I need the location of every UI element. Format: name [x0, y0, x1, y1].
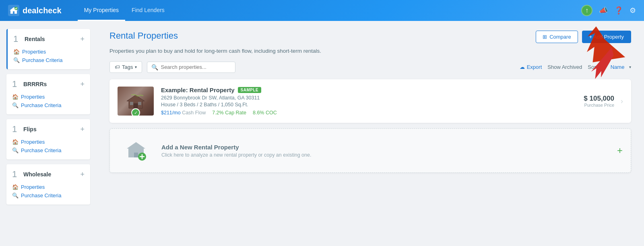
- search-input[interactable]: [161, 64, 225, 70]
- property-price: $ 105,000 Purchase Price: [584, 95, 614, 107]
- search-icon: 🔍: [12, 192, 19, 198]
- sidebar-section-flips: 1 Flips + 🏠 Properties 🔍 Purchase Criter…: [6, 119, 90, 159]
- wholesale-properties-link[interactable]: 🏠 Properties: [12, 183, 85, 191]
- flips-purchase-criteria-link[interactable]: 🔍 Purchase Criteria: [12, 146, 85, 155]
- search-icon: 🔍: [151, 64, 158, 70]
- house-thumbnail: [126, 93, 146, 109]
- add-house-svg: [124, 139, 148, 162]
- settings-icon[interactable]: ⚙: [630, 6, 636, 15]
- flips-properties-link[interactable]: 🏠 Properties: [12, 138, 85, 146]
- main-layout: 1 Rentals + 🏠 Properties 🔍 Purchase Crit…: [0, 21, 644, 246]
- sidebar-flips-header: 1 Flips +: [6, 119, 90, 136]
- upgrade-icon: ↑: [585, 7, 588, 14]
- cap-rate-stat: 7.2% Cap Rate: [212, 110, 246, 116]
- price-label: Purchase Price: [584, 103, 614, 107]
- cashflow-stat: $211/mo Cash Flow: [161, 110, 206, 116]
- property-info: Example: Rental Property SAMPLE 2629 Bon…: [161, 87, 576, 116]
- rentals-properties-link[interactable]: 🏠 Properties: [13, 48, 85, 56]
- tags-button[interactable]: 🏷 Tags ▾: [109, 61, 142, 73]
- add-property-title: Add a New Rental Property: [161, 144, 617, 151]
- wholesale-count: 1: [12, 169, 19, 180]
- main-nav: My Properties Find Lenders: [78, 0, 581, 21]
- svg-rect-4: [138, 102, 141, 105]
- property-card[interactable]: ✓ Example: Rental Property SAMPLE 2629 B…: [109, 79, 631, 123]
- rentals-links: 🏠 Properties 🔍 Purchase Criteria: [8, 46, 90, 69]
- property-details: House / 3 Beds / 2 Baths / 1,050 Sq.Ft.: [161, 102, 576, 107]
- toolbar: 🏷 Tags ▾ 🔍 ☁ Export Show Archived Sort b…: [109, 61, 631, 73]
- sidebar-rentals-header: 1 Rentals +: [8, 29, 90, 46]
- flips-add-button[interactable]: +: [80, 126, 85, 133]
- page-title: Rental Properties: [109, 31, 178, 41]
- logo: dealcheck: [8, 5, 62, 16]
- export-button[interactable]: ☁ Export: [520, 64, 542, 70]
- compare-button[interactable]: ⊞ Compare: [536, 31, 578, 43]
- flips-links: 🏠 Properties 🔍 Purchase Criteria: [6, 136, 90, 159]
- price-value: $ 105,000: [584, 95, 614, 103]
- megaphone-icon[interactable]: 📣: [599, 6, 608, 15]
- header-actions: ↑ 📣 ❓ ⚙: [581, 5, 636, 16]
- verified-check-icon: ✓: [131, 108, 140, 116]
- red-arrow-svg: [576, 45, 624, 85]
- title-area: Rental Properties: [109, 31, 178, 41]
- brrrs-links: 🏠 Properties 🔍 Purchase Criteria: [6, 91, 90, 114]
- upgrade-button[interactable]: ↑: [581, 5, 592, 16]
- search-icon: 🔍: [12, 147, 19, 153]
- property-stats: $211/mo Cash Flow 7.2% Cap Rate 8.6% COC: [161, 110, 576, 116]
- add-property-icon-wrap: [118, 136, 154, 165]
- house-plus-icon: [124, 139, 148, 162]
- brrrs-purchase-criteria-link[interactable]: 🔍 Purchase Criteria: [12, 101, 85, 110]
- sidebar-section-rentals: 1 Rentals + 🏠 Properties 🔍 Purchase Crit…: [6, 29, 90, 69]
- chevron-down-icon: ▾: [135, 65, 137, 69]
- wholesale-links: 🏠 Properties 🔍 Purchase Criteria: [6, 181, 90, 205]
- add-property-info: Add a New Rental Property Click here to …: [161, 144, 617, 158]
- brrrs-title: BRRRRs: [23, 81, 80, 87]
- flips-title: Flips: [23, 126, 80, 132]
- nav-my-properties[interactable]: My Properties: [78, 0, 125, 21]
- sidebar-wholesale-header: 1 Wholesale +: [6, 164, 90, 181]
- page-subtitle: Properties you plan to buy and hold for …: [109, 48, 631, 54]
- coc-stat: 8.6% COC: [253, 110, 277, 116]
- add-property-card[interactable]: Add a New Rental Property Click here to …: [109, 128, 631, 173]
- help-icon[interactable]: ❓: [614, 6, 623, 15]
- rentals-purchase-criteria-link[interactable]: 🔍 Purchase Criteria: [13, 56, 85, 64]
- rentals-title: Rentals: [25, 36, 80, 42]
- add-property-subtitle: Click here to analyze a new rental prope…: [161, 152, 617, 158]
- chevron-down-icon: ▾: [629, 65, 631, 69]
- red-arrow-indicator: [576, 45, 624, 87]
- sidebar-brrrs-header: 1 BRRRRs +: [6, 74, 90, 91]
- rentals-add-button[interactable]: +: [80, 35, 85, 43]
- logo-text: dealcheck: [23, 6, 62, 15]
- property-name: Example: Rental Property: [161, 87, 235, 93]
- brrrs-add-button[interactable]: +: [80, 81, 85, 88]
- sidebar-section-brrrs: 1 BRRRRs + 🏠 Properties 🔍 Purchase Crite…: [6, 74, 90, 114]
- content-header: Rental Properties ⊞ Compare + Add Proper…: [109, 31, 631, 43]
- wholesale-title: Wholesale: [23, 171, 80, 178]
- header-buttons: ⊞ Compare + Add Property: [536, 31, 631, 43]
- add-property-button[interactable]: + Add Property: [582, 31, 631, 43]
- property-title-row: Example: Rental Property SAMPLE: [161, 87, 576, 93]
- sample-badge: SAMPLE: [238, 87, 262, 93]
- wholesale-purchase-criteria-link[interactable]: 🔍 Purchase Criteria: [12, 191, 85, 200]
- tag-icon: 🏷: [115, 64, 120, 70]
- sidebar-section-wholesale: 1 Wholesale + 🏠 Properties 🔍 Purchase Cr…: [6, 164, 90, 205]
- brrrs-properties-link[interactable]: 🏠 Properties: [12, 93, 85, 101]
- property-address: 2629 Bonnybrook Dr SW, Atlanta, GA 30311: [161, 95, 576, 101]
- brrrs-count: 1: [12, 79, 19, 89]
- home-icon: 🏠: [13, 49, 20, 55]
- sidebar: 1 Rentals + 🏠 Properties 🔍 Purchase Crit…: [0, 21, 97, 246]
- home-icon: 🏠: [12, 139, 19, 145]
- svg-rect-3: [130, 102, 133, 105]
- cloud-icon: ☁: [520, 64, 525, 70]
- logo-icon: [8, 5, 19, 16]
- rentals-count: 1: [13, 34, 21, 44]
- add-property-plus-icon[interactable]: +: [617, 145, 623, 156]
- home-icon: 🏠: [12, 184, 19, 190]
- header: dealcheck My Properties Find Lenders ↑ 📣…: [0, 0, 644, 21]
- main-content: Rental Properties ⊞ Compare + Add Proper…: [97, 21, 644, 246]
- wholesale-add-button[interactable]: +: [80, 171, 85, 178]
- property-card-arrow[interactable]: ›: [621, 97, 623, 105]
- nav-find-lenders[interactable]: Find Lenders: [125, 0, 171, 21]
- compare-icon: ⊞: [543, 34, 547, 40]
- search-box: 🔍: [147, 62, 235, 73]
- svg-rect-2: [134, 103, 138, 108]
